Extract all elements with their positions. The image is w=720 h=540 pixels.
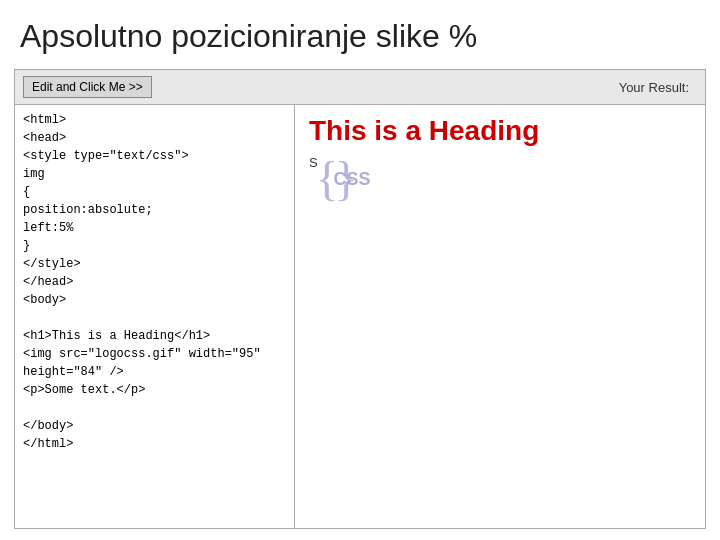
page-title: Apsolutno pozicioniranje slike % — [0, 0, 720, 69]
toolbar: Edit and Click Me >> Your Result: — [15, 70, 705, 104]
code-editor[interactable]: <html> <head> <style type="text/css"> im… — [15, 105, 295, 528]
run-button[interactable]: Edit and Click Me >> — [23, 76, 152, 98]
result-panel: This is a Heading S {} CSS — [295, 105, 705, 528]
editor-result-area: <html> <head> <style type="text/css"> im… — [15, 104, 705, 528]
css-logo: {} CSS — [316, 155, 406, 235]
css-logo-label: CSS — [334, 169, 371, 190]
result-heading: This is a Heading — [309, 115, 691, 147]
result-label: Your Result: — [619, 80, 689, 95]
main-container: Edit and Click Me >> Your Result: <html>… — [14, 69, 706, 529]
